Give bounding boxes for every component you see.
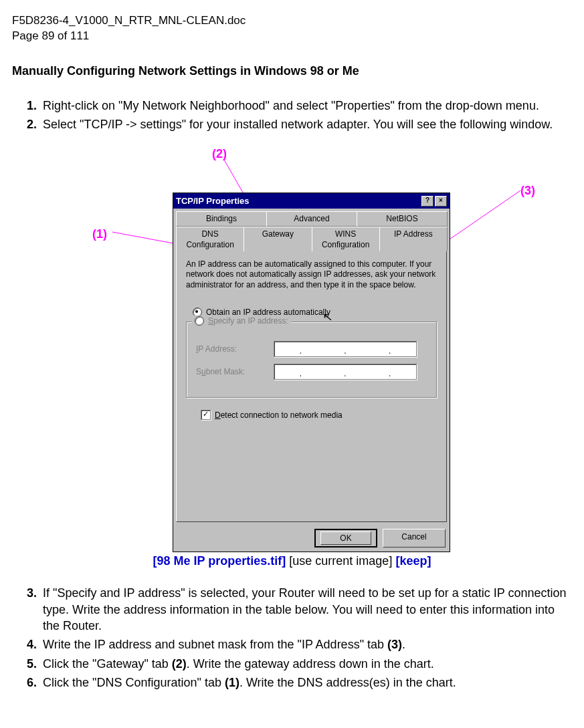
caption-file: [98 Me IP properties.tif] <box>153 554 286 568</box>
callout-2: (2) <box>212 146 227 162</box>
cancel-button[interactable]: Cancel <box>383 529 446 548</box>
callout-1: (1) <box>92 226 107 242</box>
tab-gateway[interactable]: Gateway <box>244 227 312 251</box>
step-5: Click the "Gateway" tab (2). Write the g… <box>40 656 572 672</box>
ip-address-label: IP Address: <box>196 344 263 354</box>
radio-icon <box>195 316 204 326</box>
titlebar-buttons: ? × <box>421 196 447 207</box>
dialog-title: TCP/IP Properties <box>176 195 250 207</box>
subnet-mask-label: Subnet Mask: <box>196 366 263 377</box>
specify-ip-group: Specify an IP address: IP Address: ... S… <box>186 322 437 398</box>
step-6: Click the "DNS Configuration" tab (1). W… <box>40 675 572 691</box>
tab-row-front: DNS Configuration Gateway WINS Configura… <box>176 227 447 251</box>
close-button[interactable]: × <box>435 196 447 207</box>
figure-caption: [98 Me IP properties.tif] [use current i… <box>12 553 572 569</box>
document-page: F5D8236-4_V1000_N_RTR_MNL-CLEAN.doc Page… <box>0 0 584 707</box>
svg-line-2 <box>439 191 520 247</box>
step-2: Select "TCP/IP -> settings" for your ins… <box>40 116 572 132</box>
detect-connection-checkbox[interactable]: ✓ Detect connection to network media <box>201 410 437 420</box>
ip-address-input[interactable]: ... <box>274 341 417 357</box>
caption-note: [use current image] <box>286 554 395 568</box>
tab-netbios[interactable]: NetBIOS <box>357 211 448 226</box>
tcpip-properties-dialog: TCP/IP Properties ? × Bindings Advanced … <box>173 193 450 552</box>
subnet-mask-row: Subnet Mask: ... <box>196 364 427 380</box>
step-4: Write the IP address and subnet mask fro… <box>40 636 572 652</box>
ip-address-row: IP Address: ... <box>196 341 427 357</box>
doc-filename: F5D8236-4_V1000_N_RTR_MNL-CLEAN.doc <box>12 13 572 29</box>
doc-pageline: Page 89 of 111 <box>12 29 572 44</box>
radio-specify-ip[interactable]: Specify an IP address: <box>192 316 291 326</box>
tab-bindings[interactable]: Bindings <box>176 211 267 226</box>
detect-label: Detect connection to network media <box>215 410 343 420</box>
step-3: If "Specify and IP address" is selected,… <box>40 585 572 634</box>
checkbox-icon: ✓ <box>201 410 211 420</box>
caption-keep: [keep] <box>395 554 431 568</box>
tab-panel: An IP address can be automatically assig… <box>176 251 447 522</box>
tab-dns-configuration[interactable]: DNS Configuration <box>176 227 244 251</box>
doc-header: F5D8236-4_V1000_N_RTR_MNL-CLEAN.doc Page… <box>12 13 572 44</box>
tab-row-back: Bindings Advanced NetBIOS <box>176 211 447 226</box>
figure-area: (1) (2) (3) TCP/IP Properties ? × Bindin… <box>12 136 572 550</box>
dialog-body: Bindings Advanced NetBIOS DNS Configurat… <box>173 209 450 525</box>
ok-button[interactable]: OK <box>314 529 377 548</box>
tab-advanced[interactable]: Advanced <box>266 211 357 226</box>
tab-wins-configuration[interactable]: WINS Configuration <box>312 227 380 251</box>
help-text: An IP address can be automatically assig… <box>186 259 437 291</box>
dialog-button-row: OK Cancel <box>173 525 450 552</box>
step-1: Right-click on "My Network Neighborhood"… <box>40 98 572 114</box>
dialog-titlebar[interactable]: TCP/IP Properties ? × <box>173 193 450 209</box>
section-title: Manually Configuring Network Settings in… <box>12 63 572 79</box>
tab-ip-address[interactable]: IP Address <box>379 227 448 251</box>
callout-3: (3) <box>520 183 535 199</box>
help-button[interactable]: ? <box>421 196 433 207</box>
radio-specify-label: Specify an IP address: <box>208 316 288 326</box>
subnet-mask-input[interactable]: ... <box>274 364 417 380</box>
step-list: Right-click on "My Network Neighborhood"… <box>12 98 572 133</box>
step-list-cont: If "Specify and IP address" is selected,… <box>12 585 572 691</box>
